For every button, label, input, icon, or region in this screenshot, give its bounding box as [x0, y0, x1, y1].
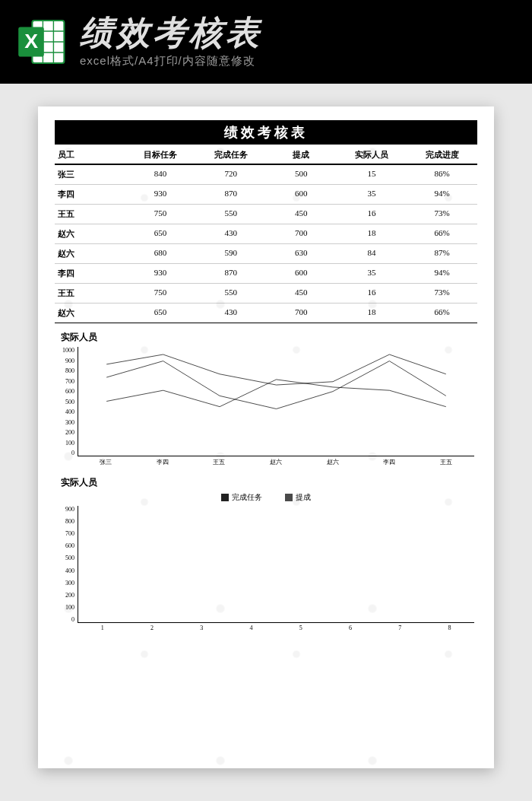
table-cell: 870 [195, 189, 266, 200]
legend-item: 提成 [285, 492, 311, 503]
xtick-label: 赵六 [270, 458, 282, 469]
bar-chart-block: 实际人员 完成任务提成 9008007006005004003002001000… [55, 475, 477, 635]
table-cell: 430 [195, 228, 266, 240]
table-cell: 700 [266, 228, 337, 240]
bar-chart-title: 实际人员 [55, 475, 477, 492]
ytick-label: 700 [55, 378, 74, 385]
banner-subtitle: excel格式/A4打印/内容随意修改 [80, 54, 517, 68]
table-cell: 840 [125, 169, 196, 180]
line-chart-xaxis: 张三李四王五赵六赵六李四王五 [78, 458, 474, 469]
table-header-cell: 实际人员 [337, 149, 407, 161]
ytick-label: 600 [55, 388, 74, 395]
header-banner: X 绩效考核表 excel格式/A4打印/内容随意修改 [0, 0, 532, 84]
line-chart-title: 实际人员 [55, 329, 477, 347]
table-cell: 550 [195, 288, 266, 299]
table-cell: 600 [266, 189, 337, 200]
legend-label: 提成 [296, 492, 311, 503]
line-chart-plot [78, 347, 474, 456]
xtick-label: 李四 [383, 458, 395, 469]
table-cell: 李四 [55, 268, 125, 279]
line-chart-area: 10009008007006005004003002001000 张三李四王五赵… [78, 347, 474, 469]
excel-icon: X [15, 15, 68, 68]
table-row: 赵六6805906308487% [55, 244, 477, 264]
table-cell: 赵六 [55, 307, 125, 319]
table-row: 李四9308706003594% [55, 185, 477, 205]
table-cell: 450 [266, 208, 337, 220]
table-body: 张三8407205001586%李四9308706003594%王五750550… [55, 165, 477, 323]
table-cell: 35 [337, 268, 407, 279]
table-cell: 王五 [55, 288, 125, 299]
table-header-cell: 员工 [55, 149, 125, 161]
table-cell: 630 [266, 248, 337, 259]
table-cell: 赵六 [55, 228, 125, 240]
xtick-label: 王五 [440, 458, 452, 469]
ytick-label: 0 [55, 450, 74, 456]
ytick-label: 900 [55, 358, 74, 364]
table-cell: 550 [195, 208, 266, 220]
ytick-label: 500 [55, 555, 74, 561]
table-row: 王五7505504501673% [55, 284, 477, 304]
line-chart-block: 实际人员 10009008007006005004003002001000 张三… [55, 329, 477, 469]
ytick-label: 600 [55, 542, 74, 549]
line-chart-yaxis: 10009008007006005004003002001000 [55, 347, 74, 456]
table-cell: 73% [407, 288, 477, 299]
table-header-row: 员工目标任务完成任务提成实际人员完成进度 [55, 145, 477, 165]
ytick-label: 200 [55, 429, 74, 436]
ytick-label: 400 [55, 408, 74, 415]
line-series [106, 380, 446, 407]
table-cell: 16 [337, 288, 407, 299]
line-series [106, 354, 446, 385]
table-row: 赵六6504307001866% [55, 224, 477, 244]
table-cell: 680 [125, 248, 196, 259]
table-cell: 16 [337, 208, 407, 220]
table-cell: 66% [407, 307, 477, 319]
table-cell: 赵六 [55, 248, 125, 259]
table-cell: 700 [266, 307, 337, 319]
table-cell: 590 [195, 248, 266, 259]
legend-item: 完成任务 [221, 492, 262, 503]
bar-chart-yaxis: 9008007006005004003002001000 [55, 506, 74, 623]
legend-swatch [221, 494, 229, 501]
ytick-label: 700 [55, 530, 74, 537]
xtick-label: 李四 [157, 458, 169, 469]
ytick-label: 1000 [55, 347, 74, 354]
table-row: 张三8407205001586% [55, 165, 477, 185]
ytick-label: 500 [55, 399, 74, 405]
bar-chart-plot [78, 506, 474, 623]
table-cell: 650 [125, 228, 196, 240]
table-cell: 750 [125, 288, 196, 299]
xtick-label: 6 [349, 625, 352, 635]
xtick-label: 2 [150, 625, 154, 635]
xtick-label: 3 [200, 625, 203, 635]
table-cell: 86% [407, 169, 477, 180]
table-cell: 870 [195, 268, 266, 279]
ytick-label: 800 [55, 367, 74, 374]
ytick-label: 300 [55, 580, 74, 586]
ytick-label: 400 [55, 567, 74, 574]
ytick-label: 100 [55, 440, 74, 447]
table-cell: 15 [337, 169, 407, 180]
xtick-label: 4 [249, 625, 252, 635]
table-cell: 750 [125, 208, 196, 220]
ytick-label: 200 [55, 592, 74, 599]
table-header-cell: 完成任务 [195, 149, 266, 161]
table-cell: 87% [407, 248, 477, 259]
table-cell: 18 [337, 228, 407, 240]
table-cell: 李四 [55, 189, 125, 200]
xtick-label: 7 [398, 625, 401, 635]
bar-chart-legend: 完成任务提成 [55, 492, 477, 506]
ytick-label: 900 [55, 506, 74, 513]
legend-label: 完成任务 [232, 492, 262, 503]
table-cell: 73% [407, 208, 477, 220]
table-cell: 张三 [55, 169, 125, 180]
table-cell: 600 [266, 268, 337, 279]
table-cell: 930 [125, 268, 196, 279]
table-cell: 450 [266, 288, 337, 299]
bar-chart-xaxis: 12345678 [78, 625, 474, 635]
page-canvas: 绩效考核表 员工目标任务完成任务提成实际人员完成进度 张三84072050015… [0, 84, 532, 791]
ytick-label: 300 [55, 419, 74, 426]
table-cell: 500 [266, 169, 337, 180]
ytick-label: 800 [55, 518, 74, 525]
table-row: 王五7505504501673% [55, 205, 477, 224]
xtick-label: 张三 [100, 458, 112, 469]
